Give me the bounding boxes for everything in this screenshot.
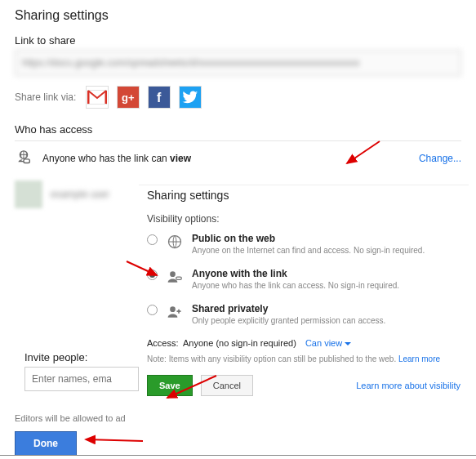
svg-rect-4 <box>24 159 29 163</box>
visibility-dialog: Sharing settings Visibility options: Pub… <box>139 185 469 404</box>
share-link-input[interactable] <box>15 50 461 76</box>
svg-text:f: f <box>157 91 162 105</box>
who-has-access-label: Who has access <box>15 123 461 136</box>
option-public-desc: Anyone on the Internet can find and acce… <box>192 246 425 255</box>
done-button[interactable]: Done <box>15 431 77 456</box>
access-value: Anyone (no sign-in required) <box>183 338 296 348</box>
note-text: Note: Items with any visibility option c… <box>147 354 398 363</box>
access-text-bold: view <box>170 153 191 164</box>
option-anyone-desc: Anyone who has the link can access. No s… <box>192 281 399 290</box>
page-title: Sharing settings <box>15 8 461 23</box>
svg-text:g+: g+ <box>122 91 135 104</box>
svg-rect-7 <box>176 277 182 279</box>
svg-point-8 <box>170 306 176 312</box>
svg-point-6 <box>170 271 176 277</box>
gmail-icon[interactable] <box>86 86 109 109</box>
twitter-icon[interactable] <box>179 86 202 109</box>
visibility-options-label: Visibility options: <box>147 213 460 225</box>
radio-public[interactable] <box>147 234 158 245</box>
option-anyone-title: Anyone with the link <box>192 268 399 279</box>
user-name: example user <box>51 189 109 200</box>
option-private-desc: Only people explicitly granted permissio… <box>192 316 385 325</box>
save-button[interactable]: Save <box>147 375 193 396</box>
dialog-title: Sharing settings <box>147 189 460 202</box>
access-text-prefix: Anyone who has the link can <box>42 153 170 164</box>
person-link-icon <box>166 268 184 286</box>
option-private[interactable]: Shared privately Only people explicitly … <box>147 303 460 325</box>
invite-input[interactable] <box>24 367 139 391</box>
radio-anyone-link[interactable] <box>147 270 158 280</box>
can-view-dropdown[interactable]: Can view <box>305 338 351 348</box>
google-plus-icon[interactable]: g+ <box>117 86 140 109</box>
change-link[interactable]: Change... <box>419 153 461 164</box>
option-private-title: Shared privately <box>192 303 385 314</box>
link-to-share-label: Link to share <box>15 34 461 47</box>
divider <box>15 140 461 141</box>
avatar <box>15 180 42 208</box>
annotation-arrow <box>82 431 147 448</box>
chevron-down-icon <box>345 342 351 345</box>
note-learn-more-link[interactable]: Learn more <box>398 354 440 363</box>
share-via-label: Share link via: <box>15 91 76 103</box>
access-label: Access: <box>147 338 179 348</box>
divider-bottom <box>0 455 476 456</box>
editors-note: Editors will be allowed to ad <box>15 413 126 423</box>
invite-label: Invite people: <box>24 351 139 363</box>
globe-icon <box>166 233 184 251</box>
radio-private[interactable] <box>147 305 158 315</box>
cancel-button[interactable]: Cancel <box>201 375 253 396</box>
option-public[interactable]: Public on the web Anyone on the Internet… <box>147 233 460 255</box>
svg-line-12 <box>86 439 143 441</box>
person-plus-icon <box>166 303 184 321</box>
learn-more-visibility-link[interactable]: Learn more about visibility <box>356 381 460 390</box>
option-anyone-link[interactable]: Anyone with the link Anyone who has the … <box>147 268 460 290</box>
access-summary-row: Anyone who has the link can view Change.… <box>15 149 461 167</box>
option-public-title: Public on the web <box>192 233 425 244</box>
link-globe-icon <box>15 149 33 167</box>
facebook-icon[interactable]: f <box>148 86 171 109</box>
